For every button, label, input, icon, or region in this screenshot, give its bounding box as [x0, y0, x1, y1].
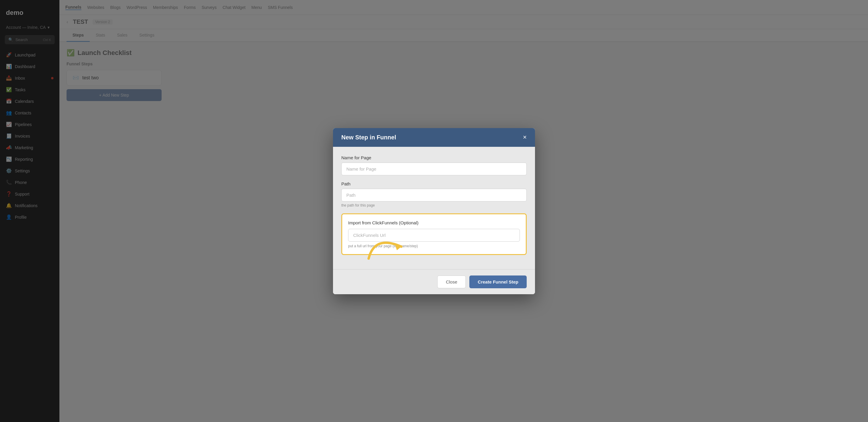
path-input[interactable]	[341, 189, 527, 202]
modal-header: New Step in Funnel ×	[333, 128, 535, 147]
name-form-group: Name for Page	[341, 155, 527, 175]
path-form-group: Path the path for this page	[341, 181, 527, 207]
modal-dialog: New Step in Funnel × Name for Page Path …	[333, 128, 535, 294]
modal-close-button[interactable]: ×	[523, 134, 527, 141]
name-input[interactable]	[341, 162, 527, 175]
name-label: Name for Page	[341, 155, 527, 160]
import-url-input[interactable]	[348, 229, 520, 242]
import-label: Import from ClickFunnels (Optional)	[348, 220, 520, 225]
modal-footer: Close Create Funnel Step	[333, 269, 535, 294]
modal-title: New Step in Funnel	[341, 134, 396, 141]
path-label: Path	[341, 181, 527, 186]
close-button[interactable]: Close	[437, 275, 466, 288]
path-help-text: the path for this page	[341, 203, 527, 207]
create-funnel-step-button[interactable]: Create Funnel Step	[469, 275, 527, 288]
modal-body: Name for Page Path the path for this pag…	[333, 147, 535, 269]
import-help-text: put a full url from your page (like name…	[348, 244, 520, 248]
modal-overlay: New Step in Funnel × Name for Page Path …	[0, 0, 868, 422]
import-section: Import from ClickFunnels (Optional) put …	[341, 213, 527, 255]
